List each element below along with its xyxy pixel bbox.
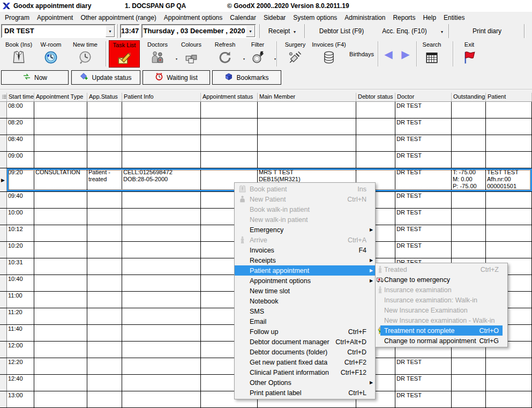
menu-item-change-to-emergency[interactable]: Change to emergency (376, 275, 507, 285)
menu-sidebar[interactable]: Sidebar (260, 14, 289, 21)
cell-appt_status (201, 102, 258, 118)
menu-item-receipts[interactable]: Receipts▶ (235, 255, 375, 265)
menu-appointment[interactable]: Appointment (33, 14, 77, 21)
search-button[interactable]: Search (418, 41, 446, 67)
print-diary-button[interactable]: Print diary (451, 24, 523, 38)
cell-app_status (87, 102, 122, 118)
menu-item-sms[interactable]: SMS (235, 306, 375, 316)
exit-button-label: Exit (455, 41, 483, 48)
menu-item-treatment-not-complete[interactable]: Treatment not completeCtrl+O (376, 325, 507, 336)
print-diary-label: Print diary (473, 27, 501, 35)
cell-time: 12:40 (7, 375, 34, 391)
menu-program[interactable]: Program (1, 14, 33, 21)
menu-item-change-to-normal-appointment[interactable]: Change to normal appointmentCtrl+G (376, 336, 507, 346)
receipt-button[interactable]: Receipt▼ (261, 24, 303, 38)
bookmarks-button[interactable]: Bookmarks (212, 70, 281, 85)
refresh-button[interactable]: Refresh▾ (210, 41, 240, 67)
menu-item-label: Other Options (250, 379, 291, 387)
treatment-not-complete-icon (376, 327, 384, 335)
menu-item-emergency[interactable]: Emergency▶ (235, 225, 375, 235)
menu-item-invoices[interactable]: InvoicesF4 (235, 245, 375, 255)
cell-time: 10:00 (7, 209, 34, 225)
new-time-button[interactable]: New time (68, 41, 103, 67)
cell-patient_info (122, 192, 201, 208)
menu-item-print-patient-label[interactable]: Print patient labelCtrl+L (235, 388, 375, 398)
doctor-select[interactable]: DR TEST ▼ (1, 24, 116, 38)
patient-appointment-submenu: TreatedCtrl+ZChange to emergencyInsuranc… (375, 263, 508, 347)
date-select-value: Thursday , 03 December , 2020 (143, 25, 246, 37)
task-list-button[interactable]: Task List (109, 40, 140, 68)
cell-main_member (258, 135, 356, 151)
colours-button[interactable]: Colours (176, 41, 207, 67)
appointment-row-08:40[interactable]: 08:40DR TEST (0, 135, 532, 152)
menu-item-label: Appointment options (250, 277, 311, 285)
chevron-down-icon[interactable]: ▾ (274, 57, 276, 61)
row-indicator (0, 258, 7, 275)
debtor-list-button[interactable]: Debtor List (F9) (306, 24, 377, 38)
menu-item-appointment-options[interactable]: Appointment options▶ (235, 276, 375, 286)
cell-outstanding (452, 358, 486, 374)
cell-time: 11:00 (7, 292, 34, 308)
invoices-f4-button[interactable]: Invoices (F4) (311, 41, 347, 67)
menu-item-other-options[interactable]: Other Options▶ (235, 377, 375, 388)
menu-item-new-time-slot[interactable]: New time slot (235, 286, 375, 296)
cell-doctor: DR TEST (395, 358, 452, 374)
surgery-button[interactable]: Surgery (281, 41, 310, 67)
birthdays-button[interactable]: Birthdays (348, 41, 376, 67)
cell-patient_info (122, 325, 201, 341)
appointment-row-08:20[interactable]: 08:20DR TEST (0, 118, 532, 135)
cell-doctor: DR TEST (395, 209, 452, 225)
menu-appointment-options[interactable]: Appointment options (160, 14, 226, 21)
prev-day-button[interactable]: ◀ (380, 41, 396, 67)
doctors-button[interactable]: Doctors▾ (143, 41, 173, 67)
menu-item-email[interactable]: Email (235, 316, 375, 327)
date-select[interactable]: Thursday , 03 December , 2020 ▼ (141, 24, 256, 38)
waiting-list-button[interactable]: Waiting list (143, 70, 210, 85)
menu-entities[interactable]: Entities (440, 14, 468, 21)
menu-other-appointment-range[interactable]: Other appointment (range) (77, 14, 160, 21)
next-day-button[interactable]: ▶ (398, 41, 414, 67)
menu-help[interactable]: Help (419, 14, 440, 21)
acc-enq-button[interactable]: Acc. Enq. (F10) (378, 24, 431, 38)
exit-button[interactable]: Exit (455, 41, 483, 67)
menu-item-debtor-documents-folder[interactable]: Debtor documents (folder)Ctrl+D (235, 347, 375, 357)
surgery-button-label: Surgery (281, 41, 310, 48)
date-select-chevron-down-icon[interactable]: ▼ (246, 25, 255, 37)
menu-calendar[interactable]: Calendar (226, 14, 260, 21)
menu-administration[interactable]: Administration (341, 14, 389, 21)
menu-item-clinical-patient-information[interactable]: Clinical Patient informationCtrl+F12 (235, 367, 375, 377)
now-button[interactable]: Now (1, 70, 69, 85)
appointment-context-menu: Book patientInsNew PatientCtrl+NBook wal… (234, 182, 376, 399)
menu-item-debtor-document-manager[interactable]: Debtor document managerCtrl+Alt+D (235, 337, 375, 347)
toolbar-separator (524, 24, 525, 38)
menu-system-options[interactable]: System options (289, 14, 341, 21)
cell-time: 12:00 (7, 342, 34, 358)
appointment-row-08:00[interactable]: 08:00DR TEST (0, 102, 532, 118)
update-status-button[interactable]: Update status (71, 70, 140, 85)
menu-item-patient-appointment[interactable]: Patient appointment▶ (235, 265, 375, 276)
menu-item-label: Clinical Patient information (250, 369, 329, 376)
menu-item-get-new-patient-fixed-data[interactable]: Get new patient fixed dataCtrl+F2 (235, 357, 375, 367)
cell-app_status (87, 342, 122, 358)
cell-doctor: DR TEST (395, 242, 452, 258)
book-ins-button[interactable]: Book (Ins) (3, 41, 34, 67)
appointment-row-09:00[interactable]: 09:00DR TEST (0, 152, 532, 168)
menu-item-follow-up[interactable]: Follow upCtrl+F (235, 327, 375, 337)
cell-patient (486, 358, 532, 374)
menu-reports[interactable]: Reports (389, 14, 419, 21)
birthdays-button-label: Birthdays (349, 51, 374, 58)
cell-doctor: DR TEST (395, 135, 452, 151)
doctor-select-chevron-down-icon[interactable]: ▼ (106, 25, 115, 37)
diary-toolbar: DR TEST ▼ 13:47 Thursday , 03 December ,… (0, 23, 532, 39)
menu-item-notebook[interactable]: Notebook (235, 296, 375, 306)
menu-item-shortcut: Ctrl+F2 (344, 359, 366, 366)
toolbar-separator (378, 41, 379, 66)
cell-type (34, 152, 87, 168)
filter-button[interactable]: Filter▾ (244, 41, 271, 67)
menu-item-label: Treatment not complete (384, 327, 455, 335)
cell-type (34, 135, 87, 151)
w-room-icon (35, 49, 66, 65)
acc-enq-dropdown-button[interactable]: ▼ (437, 24, 447, 38)
w-room-button[interactable]: W-room (35, 41, 66, 67)
cell-time: 10:40 (7, 275, 34, 291)
